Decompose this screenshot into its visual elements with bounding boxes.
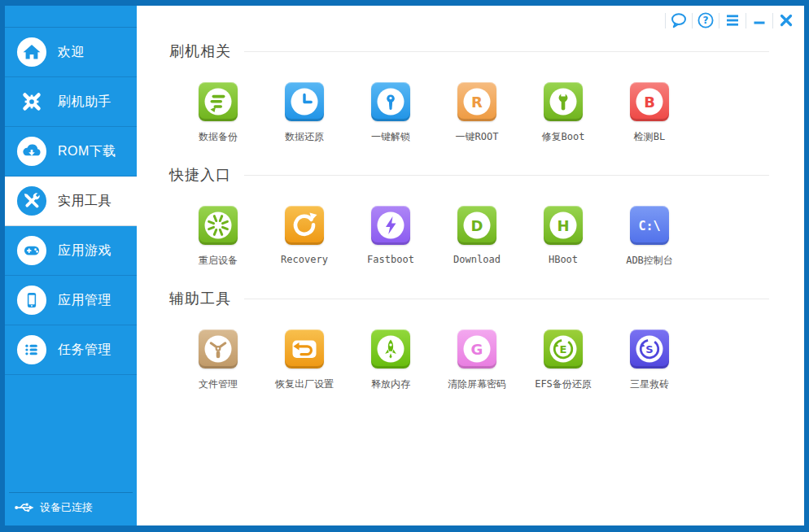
minimize-icon (750, 11, 768, 29)
section-divider (244, 175, 769, 176)
tool-tile-icon: S (630, 329, 669, 368)
gamepad-icon (16, 235, 47, 266)
sidebar-item-2[interactable]: ROM下载 (5, 127, 137, 177)
sidebar-item-6[interactable]: 任务管理 (5, 325, 137, 375)
sidebar-item-label: 实用工具 (58, 193, 112, 210)
tool-重启设备[interactable]: 重启设备 (175, 206, 261, 268)
tool-label: 文件管理 (199, 377, 238, 391)
tool-EFS备份还原[interactable]: EEFS备份还原 (520, 329, 606, 391)
tool-一键解锁[interactable]: 一键解锁 (348, 82, 434, 144)
tool-Recovery[interactable]: Recovery (261, 206, 348, 268)
main-panel: ? 刷机相关数据备份数据还原一键解锁R一键ROOT修复BootB检测BL快捷入口… (137, 6, 804, 525)
tool-label: ADB控制台 (626, 254, 673, 268)
section-2: 辅助工具文件管理恢复出厂设置释放内存G清除屏幕密码EEFS备份还原S三星救砖 (169, 289, 769, 391)
close-icon (777, 11, 795, 29)
svg-text:S: S (645, 343, 653, 355)
sidebar-item-0[interactable]: 欢迎 (5, 28, 137, 77)
tool-label: Recovery (281, 254, 328, 265)
sidebar: 欢迎刷机助手ROM下载实用工具应用游戏应用管理任务管理 设备已连接 (5, 6, 137, 525)
usb-icon (15, 501, 34, 513)
utility-tools-icon (16, 185, 47, 216)
tool-HBoot[interactable]: HHBoot (520, 206, 606, 268)
sidebar-item-4[interactable]: 应用游戏 (5, 226, 137, 276)
close-button[interactable] (773, 9, 799, 32)
sidebar-nav: 欢迎刷机助手ROM下载实用工具应用游戏应用管理任务管理 (5, 27, 137, 375)
help-button[interactable]: ? (693, 9, 719, 32)
tool-tile-icon: D (457, 206, 496, 245)
tool-label: 检测BL (634, 130, 665, 144)
tool-label: 释放内存 (371, 377, 410, 391)
window-controls: ? (665, 8, 799, 33)
tool-tile-icon: H (544, 206, 583, 245)
question-icon: ? (697, 11, 715, 29)
section-0: 刷机相关数据备份数据还原一键解锁R一键ROOT修复BootB检测BL (169, 41, 769, 144)
section-title: 刷机相关 (169, 41, 231, 61)
sidebar-item-label: 应用管理 (58, 292, 112, 309)
section-title: 快捷入口 (169, 165, 231, 185)
device-status-label: 设备已连接 (40, 500, 93, 515)
tiles-row: 文件管理恢复出厂设置释放内存G清除屏幕密码EEFS备份还原S三星救砖 (175, 329, 769, 391)
tool-tile-icon (371, 329, 410, 368)
tool-label: 重启设备 (199, 254, 238, 268)
tool-tile-icon (285, 206, 324, 245)
tool-数据备份[interactable]: 数据备份 (175, 82, 261, 144)
tool-tile-icon: C:\ (630, 206, 669, 245)
svg-text:R: R (471, 94, 483, 111)
flash-tools-icon (16, 86, 47, 117)
sidebar-item-label: 欢迎 (58, 44, 85, 61)
tool-label: HBoot (549, 254, 578, 265)
sidebar-item-label: 任务管理 (58, 342, 112, 359)
tool-label: 数据还原 (285, 130, 324, 144)
tool-tile-icon: E (544, 329, 583, 368)
tool-恢复出厂设置[interactable]: 恢复出厂设置 (261, 329, 348, 391)
tool-label: 三星救砖 (630, 377, 669, 391)
sidebar-item-3[interactable]: 实用工具 (5, 177, 137, 226)
tool-修复Boot[interactable]: 修复Boot (520, 82, 606, 144)
tool-label: 一键解锁 (371, 130, 410, 144)
hamburger-icon (724, 11, 741, 29)
tool-tile-icon (285, 82, 324, 121)
tool-tile-icon (199, 206, 238, 245)
tool-数据还原[interactable]: 数据还原 (261, 82, 348, 144)
sidebar-item-label: ROM下载 (58, 143, 116, 160)
tool-检测BL[interactable]: B检测BL (606, 82, 693, 144)
tool-tile-icon (199, 329, 238, 368)
tool-label: Download (453, 254, 501, 265)
tool-Fastboot[interactable]: Fastboot (348, 206, 434, 268)
section-header: 快捷入口 (169, 165, 769, 185)
tool-Download[interactable]: DDownload (434, 206, 520, 268)
tools-content: 刷机相关数据备份数据还原一键解锁R一键ROOT修复BootB检测BL快捷入口重启… (137, 6, 804, 391)
tool-tile-icon: B (630, 82, 669, 121)
tool-tile-icon (285, 329, 324, 368)
section-divider (244, 299, 769, 299)
sidebar-item-1[interactable]: 刷机助手 (5, 77, 137, 127)
svg-text:E: E (560, 343, 567, 355)
tool-tile-icon (371, 206, 410, 245)
app-window: 欢迎刷机助手ROM下载实用工具应用游戏应用管理任务管理 设备已连接 ? 刷机相关… (0, 0, 809, 532)
speech-bubble-icon (670, 11, 688, 29)
tool-清除屏幕密码[interactable]: G清除屏幕密码 (434, 329, 520, 391)
svg-text:C:\: C:\ (638, 219, 660, 233)
tool-三星救砖[interactable]: S三星救砖 (606, 329, 693, 391)
device-status: 设备已连接 (9, 492, 133, 521)
tool-文件管理[interactable]: 文件管理 (175, 329, 261, 391)
tool-label: Fastboot (367, 254, 414, 265)
tool-label: 修复Boot (542, 130, 585, 144)
feedback-button[interactable] (666, 9, 692, 32)
task-list-icon (16, 334, 47, 365)
home-icon (16, 37, 47, 68)
tool-ADB控制台[interactable]: C:\ADB控制台 (606, 206, 693, 268)
tool-释放内存[interactable]: 释放内存 (348, 329, 434, 391)
svg-text:G: G (471, 341, 483, 358)
tool-一键ROOT[interactable]: R一键ROOT (434, 82, 520, 144)
sidebar-item-5[interactable]: 应用管理 (5, 276, 137, 325)
minimize-button[interactable] (746, 9, 772, 32)
tool-tile-icon (544, 82, 583, 121)
tool-tile-icon: R (457, 82, 496, 121)
menu-button[interactable] (719, 9, 746, 32)
svg-text:H: H (557, 217, 569, 234)
sidebar-item-label: 应用游戏 (58, 242, 112, 259)
cloud-download-icon (16, 136, 47, 167)
section-header: 刷机相关 (169, 41, 769, 61)
svg-text:D: D (471, 217, 483, 234)
